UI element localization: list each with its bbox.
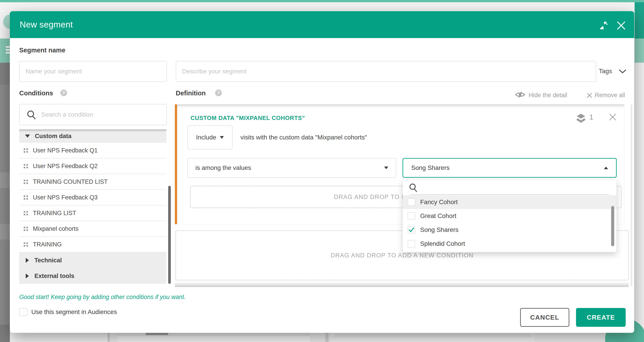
conditions-label: Conditions (19, 90, 53, 97)
layer-count: 1 (590, 113, 593, 121)
layers-icon (576, 112, 586, 124)
app-sidebar-section (0, 63, 10, 85)
app-right-header (634, 2, 644, 39)
condition-item[interactable]: TRAINING (19, 237, 166, 252)
checkbox-checked[interactable] (408, 226, 415, 234)
dialog-header: New segment (10, 11, 634, 38)
collapse-icon[interactable] (599, 21, 609, 31)
drag-handle-icon[interactable] (24, 195, 28, 200)
values-dropdown[interactable]: Song Sharers (402, 158, 617, 178)
search-icon (26, 110, 37, 121)
condition-item[interactable]: TRAINING LIST (19, 205, 166, 221)
triangle-down-icon (220, 136, 224, 139)
condition-item[interactable]: TRAINING COUNTED LIST (19, 174, 166, 190)
option-splendid-cohort[interactable]: Splendid Cohort (403, 237, 616, 251)
condition-search-input[interactable] (20, 104, 166, 125)
triangle-down-icon (25, 135, 30, 138)
checkbox-unchecked[interactable] (408, 212, 415, 220)
triangle-right-icon (26, 258, 29, 263)
condition-group-external-tools[interactable]: External tools (19, 268, 166, 284)
new-condition-hint: DRAG AND DROP TO ADD A NEW CONDITION (330, 252, 474, 259)
operator-dropdown[interactable]: is among the values (188, 158, 396, 178)
divider (108, 333, 110, 342)
checkbox-unchecked[interactable] (408, 240, 415, 247)
drag-handle-icon[interactable] (24, 242, 28, 247)
chevron-down-icon[interactable] (618, 69, 626, 75)
app-sidebar-section (0, 224, 10, 239)
audiences-checkbox[interactable] (19, 308, 27, 316)
remove-all-button[interactable]: Remove all (595, 92, 625, 99)
definition-vertical-scrollbar[interactable] (630, 104, 632, 286)
conditions-list: Custom data User NPS Feedback Q1 User NP… (19, 129, 166, 284)
segment-name-label: Segment name (19, 47, 65, 54)
dropdown-scrollbar[interactable] (611, 206, 614, 246)
app-bottom-bar (334, 333, 531, 337)
values-dropdown-panel: Fancy Cohort Great Cohort Song Sharers (402, 179, 617, 252)
tags-dropdown[interactable]: Tags (599, 68, 612, 75)
search-icon (408, 183, 418, 193)
close-icon[interactable] (616, 21, 626, 31)
option-song-sharers[interactable]: Song Sharers (403, 223, 616, 237)
app-right-nav (634, 39, 644, 63)
option-fancy-cohort[interactable]: Fancy Cohort (403, 195, 616, 209)
app-sidebar-section (0, 324, 10, 342)
conditions-scrollbar[interactable] (168, 186, 171, 284)
create-button[interactable]: CREATE (576, 308, 626, 327)
condition-group-technical[interactable]: Technical (19, 252, 166, 268)
definition-horizontal-scrollbar[interactable] (175, 281, 629, 287)
segment-name-input[interactable] (20, 61, 166, 82)
condition-search-wrap (19, 104, 167, 125)
help-icon[interactable]: ? (60, 90, 67, 96)
app-bottom-panel (10, 333, 107, 342)
app-nav-row (0, 39, 10, 63)
encouragement-message: Good start! Keep going by adding other c… (19, 294, 186, 300)
divider (325, 333, 328, 342)
condition-card-title: CUSTOM DATA "MIXPANEL COHORTS" (190, 115, 305, 122)
drag-handle-icon[interactable] (24, 211, 28, 215)
condition-close-icon[interactable] (608, 113, 617, 122)
app-sidebar (0, 63, 10, 324)
hide-detail-button[interactable]: Hide the detail (528, 92, 567, 99)
condition-group-custom-data[interactable]: Custom data (19, 129, 166, 143)
audiences-checkbox-label: Use this segment in Audiences (31, 308, 117, 315)
include-dropdown[interactable]: Include (188, 125, 232, 150)
drag-handle-icon[interactable] (24, 180, 28, 184)
tags-label: Tags (599, 68, 612, 75)
app-sidebar-section (0, 172, 10, 188)
checkbox-unchecked[interactable] (408, 198, 415, 206)
condition-item[interactable]: User NPS Feedback Q1 (19, 143, 166, 158)
segment-name-field-wrap (19, 61, 167, 82)
cancel-button[interactable]: CANCEL (520, 308, 569, 327)
app-top-strip (0, 0, 644, 2)
condition-item[interactable]: Mixpanel cohorts (19, 221, 166, 237)
condition-item[interactable]: User NPS Feedback Q3 (19, 190, 166, 205)
drag-handle-icon[interactable] (24, 148, 28, 153)
condition-sentence: visits with the custom data "Mixpanel co… (240, 134, 367, 141)
new-segment-dialog: New segment Segment name Tags (10, 11, 634, 333)
app-right-background (634, 63, 644, 342)
drag-handle-icon[interactable] (24, 227, 28, 231)
triangle-up-icon (604, 167, 608, 169)
drag-handle-icon[interactable] (24, 164, 28, 168)
help-icon[interactable]: ? (215, 90, 222, 96)
triangle-down-icon (384, 167, 388, 169)
dialog-title: New segment (10, 20, 73, 30)
eye-slash-icon[interactable] (515, 91, 526, 99)
definition-label: Definition (176, 90, 206, 97)
values-search-input[interactable] (420, 182, 605, 193)
screen: New segment Segment name Tags (0, 0, 644, 342)
segment-description-field-wrap (176, 61, 596, 82)
divider (410, 194, 609, 195)
triangle-right-icon (26, 273, 29, 278)
narrow-drop-hint: DRAG AND DROP TO NAR (191, 194, 416, 201)
segment-description-input[interactable] (176, 61, 596, 82)
app-bottom-pill (146, 333, 168, 335)
condition-item[interactable]: User NPS Feedback Q2 (19, 158, 166, 174)
remove-all-x-icon[interactable] (586, 92, 592, 99)
option-great-cohort[interactable]: Great Cohort (403, 209, 616, 223)
